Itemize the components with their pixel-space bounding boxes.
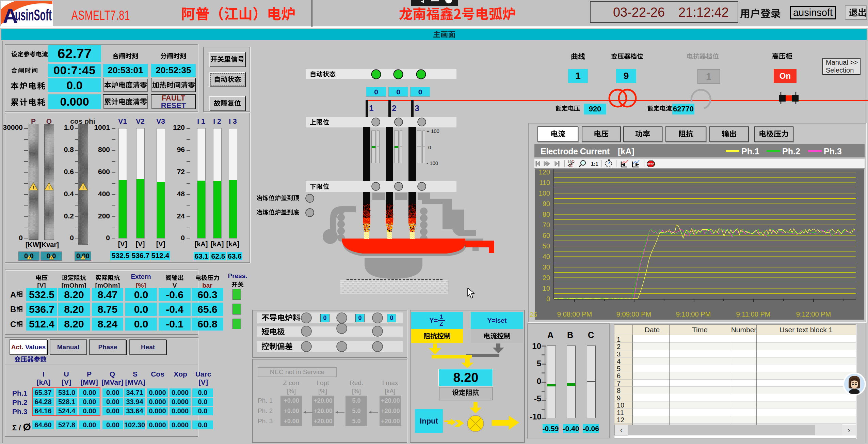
svg-text:!: ! bbox=[33, 184, 34, 190]
svg-text:!: ! bbox=[51, 256, 52, 260]
svg-text:!: ! bbox=[82, 184, 84, 190]
svg-text:usinSoft: usinSoft bbox=[15, 6, 52, 24]
svg-text:10E: 10E bbox=[568, 160, 574, 164]
svg-text:0E: 0E bbox=[568, 164, 573, 168]
svg-text:STOP: STOP bbox=[647, 163, 654, 166]
svg-text:!: ! bbox=[29, 256, 30, 260]
svg-text:!: ! bbox=[48, 184, 50, 190]
svg-text:!: ! bbox=[83, 256, 84, 260]
svg-text:1:1: 1:1 bbox=[591, 161, 598, 167]
